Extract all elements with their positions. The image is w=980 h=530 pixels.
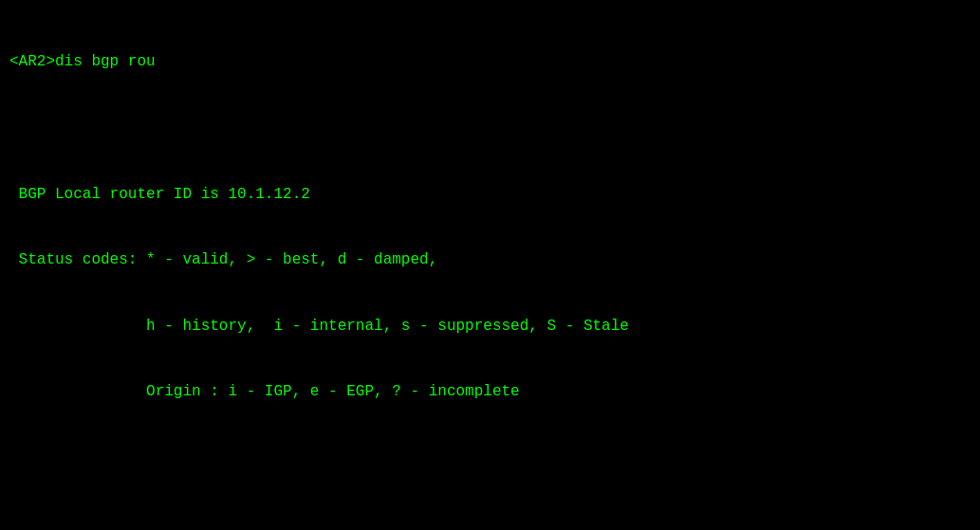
status-codes-2: h - history, i - internal, s - suppresse… (9, 316, 971, 338)
blank1 (9, 118, 971, 139)
status-codes-1: Status codes: * - valid, > - best, d - d… (9, 249, 971, 271)
origin-codes: Origin : i - IGP, e - EGP, ? - incomplet… (9, 381, 971, 403)
blank2 (9, 448, 971, 469)
blank3 (9, 513, 971, 530)
cmd1-line: <AR2>dis bgp rou (9, 51, 971, 73)
bgp-router-id: BGP Local router ID is 10.1.12.2 (9, 184, 971, 206)
terminal: <AR2>dis bgp rou BGP Local router ID is … (0, 0, 980, 530)
